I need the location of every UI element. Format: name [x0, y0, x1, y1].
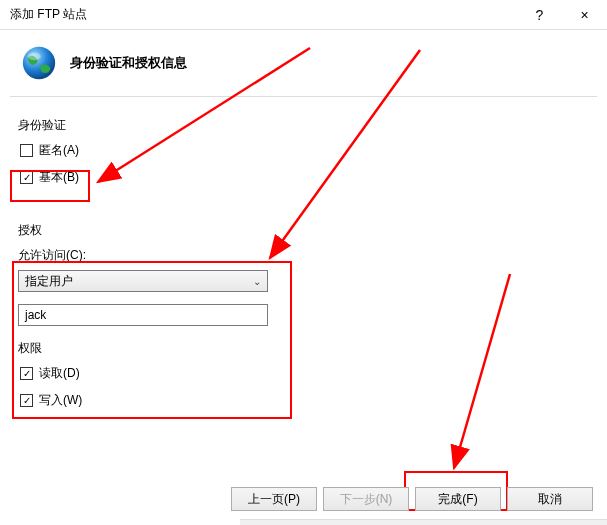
select-value: 指定用户: [25, 273, 73, 290]
basic-label: 基本(B): [39, 169, 79, 186]
chevron-down-icon: ⌄: [253, 276, 261, 287]
allow-access-label: 允许访问(C):: [18, 247, 589, 264]
globe-icon: [20, 44, 58, 82]
basic-checkbox[interactable]: [20, 171, 33, 184]
close-icon: ×: [580, 7, 588, 23]
allow-access-select[interactable]: 指定用户 ⌄: [18, 270, 268, 292]
read-checkbox[interactable]: [20, 367, 33, 380]
user-input[interactable]: jack: [18, 304, 268, 326]
anonymous-checkbox[interactable]: [20, 144, 33, 157]
page-title: 身份验证和授权信息: [70, 54, 187, 72]
dialog-header: 身份验证和授权信息: [0, 30, 607, 96]
finish-label: 完成(F): [438, 491, 477, 508]
read-label: 读取(D): [39, 365, 80, 382]
close-button[interactable]: ×: [562, 0, 607, 30]
window-title: 添加 FTP 站点: [10, 6, 517, 23]
next-button: 下一步(N): [323, 487, 409, 511]
write-label: 写入(W): [39, 392, 82, 409]
bottom-scrollbar[interactable]: [240, 519, 607, 525]
prev-label: 上一页(P): [248, 491, 300, 508]
authorization-section-label: 授权: [18, 222, 589, 239]
svg-point-0: [23, 47, 55, 79]
write-checkbox-row[interactable]: 写入(W): [18, 392, 589, 409]
button-bar: 上一页(P) 下一步(N) 完成(F) 取消: [231, 487, 593, 511]
cancel-button[interactable]: 取消: [507, 487, 593, 511]
read-checkbox-row[interactable]: 读取(D): [18, 365, 589, 382]
titlebar: 添加 FTP 站点 ? ×: [0, 0, 607, 30]
anonymous-label: 匿名(A): [39, 142, 79, 159]
write-checkbox[interactable]: [20, 394, 33, 407]
help-icon: ?: [536, 7, 544, 23]
divider: [10, 96, 597, 97]
help-button[interactable]: ?: [517, 0, 562, 30]
cancel-label: 取消: [538, 491, 562, 508]
basic-checkbox-row[interactable]: 基本(B): [18, 169, 589, 186]
auth-section-label: 身份验证: [18, 117, 589, 134]
content-area: 身份验证 匿名(A) 基本(B) 授权 允许访问(C): 指定用户 ⌄ jack…: [0, 107, 607, 409]
user-value: jack: [25, 308, 46, 322]
anonymous-checkbox-row[interactable]: 匿名(A): [18, 142, 589, 159]
next-label: 下一步(N): [340, 491, 393, 508]
prev-button[interactable]: 上一页(P): [231, 487, 317, 511]
finish-button[interactable]: 完成(F): [415, 487, 501, 511]
permissions-label: 权限: [18, 340, 589, 357]
svg-point-1: [28, 53, 41, 61]
